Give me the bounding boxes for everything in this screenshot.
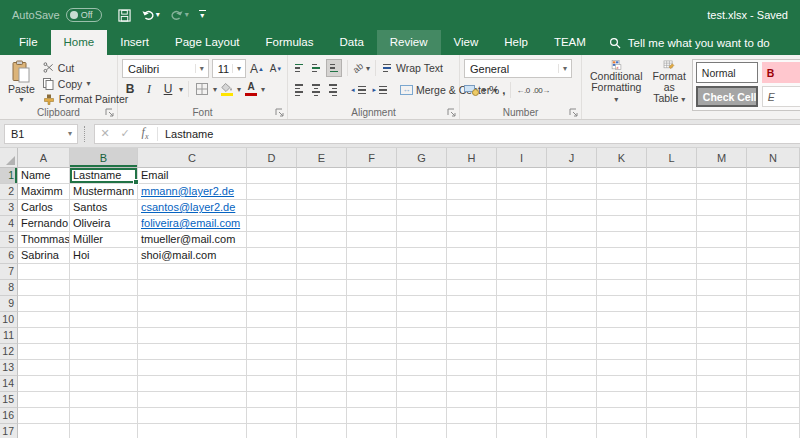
row-header-16[interactable]: 16 xyxy=(0,408,18,424)
cell-N7[interactable] xyxy=(747,264,800,280)
cell-M1[interactable] xyxy=(697,168,747,184)
cell-L10[interactable] xyxy=(647,312,697,328)
cell-A11[interactable] xyxy=(18,328,70,344)
cell-D14[interactable] xyxy=(247,376,297,392)
cell-L1[interactable] xyxy=(647,168,697,184)
cell-N15[interactable] xyxy=(747,392,800,408)
cell-K10[interactable] xyxy=(597,312,647,328)
cell-N1[interactable] xyxy=(747,168,800,184)
cell-K6[interactable] xyxy=(597,248,647,264)
cell-H14[interactable] xyxy=(447,376,497,392)
bold-button[interactable]: B xyxy=(122,80,138,98)
select-all-corner[interactable] xyxy=(0,148,18,168)
cell-G6[interactable] xyxy=(397,248,447,264)
cell-L12[interactable] xyxy=(647,344,697,360)
cell-N16[interactable] xyxy=(747,408,800,424)
cell-H7[interactable] xyxy=(447,264,497,280)
cell-I2[interactable] xyxy=(497,184,547,200)
cell-C1[interactable]: Email xyxy=(138,168,247,184)
cell-D15[interactable] xyxy=(247,392,297,408)
cell-F3[interactable] xyxy=(347,200,397,216)
row-header-14[interactable]: 14 xyxy=(0,376,18,392)
cell-C15[interactable] xyxy=(138,392,247,408)
cell-J2[interactable] xyxy=(547,184,597,200)
cell-F13[interactable] xyxy=(347,360,397,376)
cell-H11[interactable] xyxy=(447,328,497,344)
tab-review[interactable]: Review xyxy=(377,30,441,55)
cell-G10[interactable] xyxy=(397,312,447,328)
orientation-dropdown-icon[interactable]: ▾ xyxy=(366,65,370,72)
cell-D8[interactable] xyxy=(247,280,297,296)
column-header-H[interactable]: H xyxy=(447,148,497,168)
cell-I11[interactable] xyxy=(497,328,547,344)
cell-B3[interactable]: Santos xyxy=(70,200,138,216)
cell-L2[interactable] xyxy=(647,184,697,200)
cell-B17[interactable] xyxy=(70,424,138,438)
cut-button[interactable]: Cut xyxy=(43,61,128,75)
cell-H10[interactable] xyxy=(447,312,497,328)
cell-I5[interactable] xyxy=(497,232,547,248)
cell-G2[interactable] xyxy=(397,184,447,200)
tab-help[interactable]: Help xyxy=(491,30,541,55)
cell-G12[interactable] xyxy=(397,344,447,360)
cell-H13[interactable] xyxy=(447,360,497,376)
cell-F2[interactable] xyxy=(347,184,397,200)
format-painter-button[interactable]: Format Painter xyxy=(43,92,128,106)
cell-K4[interactable] xyxy=(597,216,647,232)
cell-J13[interactable] xyxy=(547,360,597,376)
row-header-15[interactable]: 15 xyxy=(0,392,18,408)
cell-J3[interactable] xyxy=(547,200,597,216)
cell-A12[interactable] xyxy=(18,344,70,360)
cell-I6[interactable] xyxy=(497,248,547,264)
cell-B2[interactable]: Mustermann xyxy=(70,184,138,200)
cell-K17[interactable] xyxy=(597,424,647,438)
cell-M12[interactable] xyxy=(697,344,747,360)
font-size-dropdown-icon[interactable]: ▾ xyxy=(232,64,245,73)
cell-G3[interactable] xyxy=(397,200,447,216)
decrease-decimal-button[interactable]: .00→ xyxy=(533,86,550,95)
cell-E7[interactable] xyxy=(297,264,347,280)
name-box[interactable]: B1 ▾ xyxy=(4,124,78,144)
column-header-A[interactable]: A xyxy=(18,148,70,168)
cell-C7[interactable] xyxy=(138,264,247,280)
tab-formulas[interactable]: Formulas xyxy=(253,30,327,55)
cell-D11[interactable] xyxy=(247,328,297,344)
cell-D5[interactable] xyxy=(247,232,297,248)
accounting-format-button[interactable] xyxy=(464,84,479,96)
cell-J15[interactable] xyxy=(547,392,597,408)
cell-A10[interactable] xyxy=(18,312,70,328)
cell-H8[interactable] xyxy=(447,280,497,296)
cell-H3[interactable] xyxy=(447,200,497,216)
cell-M15[interactable] xyxy=(697,392,747,408)
cell-F1[interactable] xyxy=(347,168,397,184)
cell-E5[interactable] xyxy=(297,232,347,248)
save-button[interactable] xyxy=(118,9,131,22)
cell-I1[interactable] xyxy=(497,168,547,184)
cell-K11[interactable] xyxy=(597,328,647,344)
cell-N10[interactable] xyxy=(747,312,800,328)
cell-A3[interactable]: Carlos xyxy=(18,200,70,216)
font-dialog-launcher[interactable] xyxy=(275,108,284,117)
row-header-8[interactable]: 8 xyxy=(0,280,18,296)
cell-A13[interactable] xyxy=(18,360,70,376)
cell-C9[interactable] xyxy=(138,296,247,312)
column-header-C[interactable]: C xyxy=(138,148,247,168)
cell-M5[interactable] xyxy=(697,232,747,248)
alignment-dialog-launcher[interactable] xyxy=(447,108,456,117)
row-header-10[interactable]: 10 xyxy=(0,312,18,328)
cell-E9[interactable] xyxy=(297,296,347,312)
cell-D13[interactable] xyxy=(247,360,297,376)
cell-G13[interactable] xyxy=(397,360,447,376)
cell-G16[interactable] xyxy=(397,408,447,424)
cell-H2[interactable] xyxy=(447,184,497,200)
cell-I7[interactable] xyxy=(497,264,547,280)
cell-A16[interactable] xyxy=(18,408,70,424)
cell-D12[interactable] xyxy=(247,344,297,360)
decrease-font-size-button[interactable]: A▼ xyxy=(268,60,284,78)
cell-I13[interactable] xyxy=(497,360,547,376)
cell-G7[interactable] xyxy=(397,264,447,280)
cell-H4[interactable] xyxy=(447,216,497,232)
cell-C5[interactable]: tmueller@mail.com xyxy=(138,232,247,248)
cell-L13[interactable] xyxy=(647,360,697,376)
cell-L5[interactable] xyxy=(647,232,697,248)
